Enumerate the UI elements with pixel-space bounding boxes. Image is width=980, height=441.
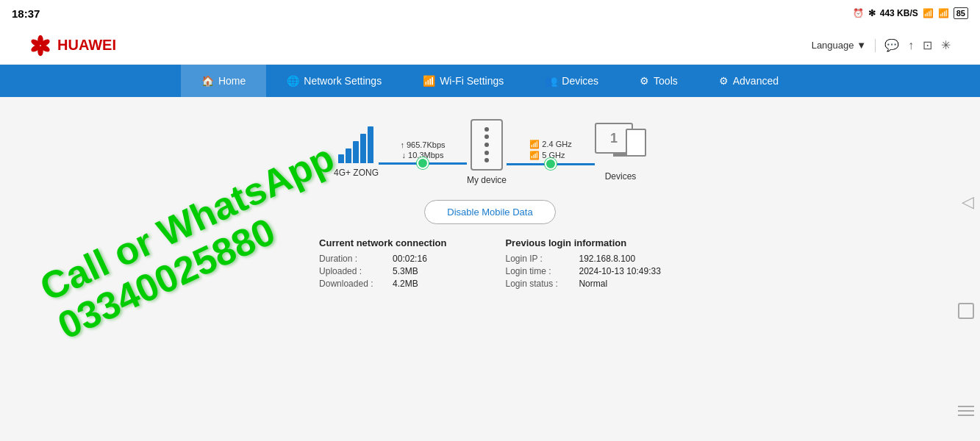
wifi-24-line: 📶 2.4 GHz — [529, 140, 571, 149]
downloaded-value: 4.2MB — [393, 279, 418, 289]
wifi-icon: 📶 — [923, 8, 934, 18]
home-icon: 🏠 — [201, 75, 214, 87]
devices-nav-icon: 👥 — [545, 75, 557, 87]
nav-network-settings[interactable]: 🌐 Network Settings — [266, 65, 402, 97]
login-time-value: 2024-10-13 10:49:33 — [579, 266, 660, 276]
nav-advanced[interactable]: ⚙ Advanced — [698, 65, 799, 97]
downloaded-row: Downloaded : 4.2MB — [319, 279, 446, 289]
tablet-icon — [626, 129, 646, 157]
back-button[interactable]: ◁ — [962, 193, 974, 212]
settings-spinner-icon[interactable]: ✳ — [941, 38, 951, 52]
devices-node: 1 Devices — [595, 123, 646, 182]
navigation-bar: 🏠 Home 🌐 Network Settings 📶 Wi-Fi Settin… — [0, 65, 980, 97]
nav-devices[interactable]: 👥 Devices — [524, 65, 619, 97]
network-icon: 🌐 — [287, 75, 299, 87]
connection-line-1: ↑ 965.7Kbps ↓ 10.3Mbps — [379, 140, 467, 165]
bar-3 — [353, 141, 359, 163]
bar-5 — [368, 126, 373, 163]
info-section: Current network connection Duration : 00… — [290, 237, 690, 289]
bluetooth-icon: ✻ — [868, 8, 876, 18]
connection-line-2: 📶 2.4 GHz 📶 5 GHz — [507, 140, 595, 165]
upload-icon[interactable]: ↑ — [908, 39, 914, 52]
signal-bars — [338, 126, 373, 163]
wifi-5-icon: 📶 — [529, 151, 540, 160]
current-network-block: Current network connection Duration : 00… — [319, 237, 446, 289]
data-speed: 443 KB/S — [880, 8, 918, 18]
carrier-label: 4G+ ZONG — [334, 168, 379, 178]
nav-home[interactable]: 🏠 Home — [181, 65, 266, 97]
wifi-24-label: 2.4 GHz — [542, 140, 571, 148]
network-diagram: 4G+ ZONG ↑ 965.7Kbps ↓ 10.3Mbps My devic… — [0, 119, 980, 185]
huawei-brand-name: HUAWEI — [57, 37, 116, 54]
nav-home-label: Home — [218, 75, 246, 87]
login-status-key: Login status : — [505, 279, 571, 289]
connection-dot-2 — [545, 158, 557, 170]
previous-login-title: Previous login information — [505, 237, 660, 248]
battery-indicator: 85 — [954, 7, 968, 19]
upload-speed: ↑ 965.7Kbps — [400, 140, 445, 149]
wifi-nav-icon: 📶 — [423, 75, 435, 87]
login-ip-row: Login IP : 192.168.8.100 — [505, 254, 660, 264]
time-display: 18:37 — [12, 7, 40, 20]
nav-advanced-label: Advanced — [733, 75, 779, 87]
nav-network-label: Network Settings — [304, 75, 382, 87]
duration-key: Duration : — [319, 254, 385, 264]
uploaded-value: 5.3MB — [393, 266, 418, 276]
status-bar: 18:37 ⏰ ✻ 443 KB/S 📶 📶 85 — [0, 0, 980, 26]
message-icon[interactable]: 💬 — [884, 38, 899, 52]
current-network-title: Current network connection — [319, 237, 446, 248]
header-divider — [875, 39, 876, 52]
uploaded-key: Uploaded : — [319, 266, 385, 276]
disable-mobile-data-button[interactable]: Disable Mobile Data — [424, 200, 555, 224]
wifi-24-icon: 📶 — [529, 140, 540, 149]
tools-nav-icon: ⚙ — [640, 75, 649, 87]
logo-area: HUAWEI — [29, 35, 116, 57]
duration-value: 00:02:16 — [393, 254, 427, 264]
connection-bar-2 — [507, 163, 595, 165]
nav-tools-label: Tools — [654, 75, 678, 87]
login-status-value: Normal — [579, 279, 607, 289]
advanced-nav-icon: ⚙ — [719, 75, 729, 87]
speed-info: ↑ 965.7Kbps ↓ 10.3Mbps — [400, 140, 445, 159]
page-header: HUAWEI Language ▼ 💬 ↑ ⊡ ✳ — [0, 26, 980, 65]
nav-wifi-settings[interactable]: 📶 Wi-Fi Settings — [402, 65, 524, 97]
downloaded-key: Downloaded : — [319, 279, 385, 289]
my-device-node: My device — [467, 119, 507, 185]
nav-devices-label: Devices — [562, 75, 598, 87]
router-icon — [471, 119, 503, 171]
bar-1 — [338, 154, 344, 163]
connection-dot-1 — [417, 157, 429, 169]
login-ip-key: Login IP : — [505, 254, 571, 264]
uploaded-row: Uploaded : 5.3MB — [319, 266, 446, 276]
recent-apps-button[interactable] — [958, 303, 974, 319]
connection-bar-1 — [379, 162, 467, 165]
nav-tools[interactable]: ⚙ Tools — [619, 65, 698, 97]
devices-icon: 1 — [595, 123, 646, 167]
bar-2 — [346, 148, 351, 163]
previous-login-block: Previous login information Login IP : 19… — [505, 237, 660, 289]
huawei-logo-icon — [29, 35, 51, 57]
language-selector[interactable]: Language ▼ — [812, 40, 866, 51]
bar-4 — [360, 134, 366, 163]
wifi-band-info: 📶 2.4 GHz 📶 5 GHz — [529, 140, 571, 160]
login-status-row: Login status : Normal — [505, 279, 660, 289]
devices-label: Devices — [605, 171, 637, 182]
header-actions: Language ▼ 💬 ↑ ⊡ ✳ — [812, 38, 951, 52]
cellular-icon: 📶 — [938, 8, 949, 18]
login-time-row: Login time : 2024-10-13 10:49:33 — [505, 266, 660, 276]
home-button[interactable] — [958, 406, 974, 416]
duration-row: Duration : 00:02:16 — [319, 254, 446, 264]
login-time-key: Login time : — [505, 266, 571, 276]
login-ip-value: 192.168.8.100 — [579, 254, 635, 264]
my-device-label: My device — [467, 175, 507, 185]
logout-icon[interactable]: ⊡ — [923, 38, 932, 52]
main-content: Call or WhatsApp 03340025880 4G+ ZONG ↑ … — [0, 97, 980, 296]
status-icons: ⏰ ✻ 443 KB/S 📶 📶 85 — [853, 7, 968, 19]
alarm-icon: ⏰ — [853, 8, 864, 18]
nav-wifi-label: Wi-Fi Settings — [440, 75, 504, 87]
carrier-node: 4G+ ZONG — [334, 126, 379, 178]
